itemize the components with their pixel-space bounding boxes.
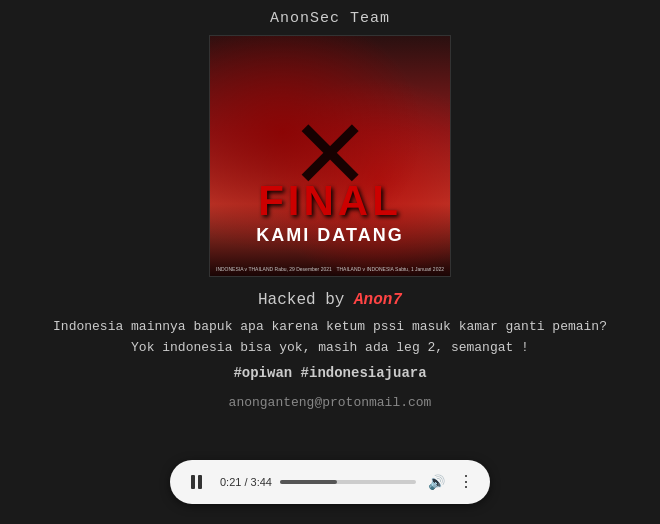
page-title: AnonSec Team [270, 10, 390, 27]
match1-info: INDONESIA v THAILAND Rabu, 29 Desember 2… [216, 266, 332, 273]
message-block: Indonesia mainnya bapuk apa karena ketum… [43, 317, 617, 359]
hashtags-text: #opiwan #indonesiajuara [233, 365, 426, 381]
contact-email: anonganteng@protonmail.com [229, 395, 432, 410]
hero-image: ✕ FINAL KAMI DATANG INDONESIA v THAILAND… [209, 35, 451, 277]
pause-bar-right [198, 475, 202, 489]
x-mark: ✕ [294, 96, 366, 216]
time-display: 0:21 / 3:44 [220, 476, 272, 488]
hacker-name: Anon7 [354, 291, 402, 309]
more-options-button[interactable]: ⋮ [456, 472, 476, 492]
message-line2: Yok indonesia bisa yok, masih ada leg 2,… [131, 340, 529, 355]
pause-button[interactable] [184, 468, 212, 496]
hacked-by-text: Hacked by Anon7 [258, 291, 402, 309]
progress-bar[interactable] [280, 480, 416, 484]
match2-info: THAILAND v INDONESIA Sabtu, 1 Januari 20… [336, 266, 444, 273]
match-details: INDONESIA v THAILAND Rabu, 29 Desember 2… [210, 266, 450, 273]
pause-icon [191, 474, 205, 490]
progress-fill [280, 480, 337, 484]
kami-datang-label: KAMI DATANG [256, 225, 403, 246]
hacked-by-prefix: Hacked by [258, 291, 354, 309]
pause-bar-left [191, 475, 195, 489]
volume-button[interactable]: 🔊 [424, 470, 448, 494]
media-player: 0:21 / 3:44 🔊 ⋮ [170, 460, 490, 504]
message-line1: Indonesia mainnya bapuk apa karena ketum… [53, 319, 607, 334]
